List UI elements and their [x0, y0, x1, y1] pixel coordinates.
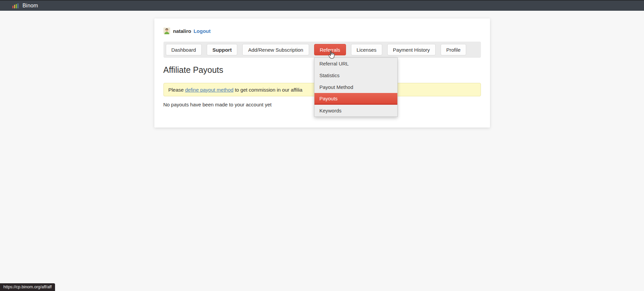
- notice-prefix: Please: [168, 87, 184, 93]
- tab-dashboard[interactable]: Dashboard: [166, 44, 202, 55]
- menu-item-referral-url[interactable]: Referral URL: [314, 58, 397, 69]
- top-bar: Binom: [0, 0, 644, 11]
- tab-profile[interactable]: Profile: [441, 44, 466, 55]
- screen: Binom nataliro Logout Dashboard Support …: [0, 0, 644, 291]
- link-status-tooltip: https://cp.binom.org/aff/aff: [0, 283, 55, 291]
- tab-support[interactable]: Support: [207, 44, 238, 55]
- define-payout-method-link[interactable]: define payout method: [185, 87, 233, 93]
- bar-chart-logo-icon: [12, 3, 18, 8]
- menu-item-payout-method[interactable]: Payout Method: [314, 81, 397, 93]
- nav-strip: Dashboard Support Add/Renew Subscription…: [163, 42, 481, 58]
- user-row: nataliro Logout: [163, 28, 481, 34]
- tab-add-renew-subscription[interactable]: Add/Renew Subscription: [242, 44, 309, 55]
- username-label: nataliro: [173, 28, 191, 34]
- menu-item-keywords[interactable]: Keywords: [314, 105, 397, 116]
- referrals-dropdown-menu: Referral URL Statistics Payout Method Pa…: [314, 57, 398, 117]
- menu-item-statistics[interactable]: Statistics: [314, 69, 397, 81]
- notice-suffix: to get commission in our affilia: [235, 87, 302, 93]
- referrals-menu-wrap: Referrals Referral URL Statistics Payout…: [314, 44, 346, 55]
- brand-name: Binom: [22, 3, 38, 9]
- logout-link[interactable]: Logout: [194, 28, 211, 34]
- user-avatar: [163, 28, 170, 34]
- main-card: nataliro Logout Dashboard Support Add/Re…: [154, 18, 490, 128]
- tab-licenses[interactable]: Licenses: [351, 44, 382, 55]
- tab-referrals[interactable]: Referrals: [314, 44, 346, 55]
- tab-payment-history[interactable]: Payment History: [387, 44, 436, 55]
- menu-item-payouts[interactable]: Payouts: [314, 93, 397, 105]
- brand[interactable]: Binom: [12, 3, 38, 9]
